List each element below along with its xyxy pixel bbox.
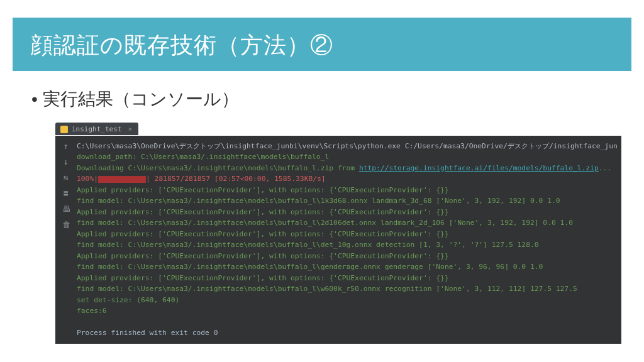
log-line: ... xyxy=(599,164,611,172)
log-line: find model: C:\Users\masa3/.insightface\… xyxy=(77,285,577,293)
log-line: find model: C:\Users\masa3/.insightface\… xyxy=(77,197,560,205)
log-line: Applied providers: ['CPUExecutionProvide… xyxy=(77,186,449,194)
bullet-line: 実行結果（コンソール） xyxy=(0,71,644,118)
gutter-wrap-icon[interactable]: ⇆ xyxy=(64,173,69,182)
console-gutter: ↑ ↓ ⇆ ≣ 🖶 🗑 xyxy=(59,141,73,339)
slide-title: 顔認証の既存技術（方法）② xyxy=(30,32,333,58)
log-line: Applied providers: ['CPUExecutionProvide… xyxy=(77,208,449,216)
gutter-trash-icon[interactable]: 🗑 xyxy=(62,221,70,229)
log-line: find model: C:\Users\masa3/.insightface\… xyxy=(77,219,573,227)
close-icon[interactable]: × xyxy=(128,125,132,133)
log-line: C:\Users\masa3\OneDrive\デスクトップ\insightfa… xyxy=(77,142,618,150)
slide-title-bar: 顔認証の既存技術（方法）② xyxy=(13,18,631,71)
log-line: faces:6 xyxy=(77,307,107,315)
console-tab[interactable]: insight_test × xyxy=(55,123,138,135)
log-line: find model: C:\Users\masa3/.insightface\… xyxy=(77,263,543,271)
bullet-text: 実行結果（コンソール） xyxy=(43,89,239,109)
tab-label: insight_test xyxy=(72,125,121,133)
python-icon xyxy=(60,126,68,133)
gutter-up-icon[interactable]: ↑ xyxy=(64,142,69,150)
gutter-print-icon[interactable]: 🖶 xyxy=(62,205,70,213)
log-line: download_path: C:\Users\masa3/.insightfa… xyxy=(77,153,329,161)
gutter-scroll-icon[interactable]: ≣ xyxy=(64,189,69,197)
log-line: | 281857/281857 [02:57<00:00, 1585.33KB/… xyxy=(146,175,326,183)
log-line: Applied providers: ['CPUExecutionProvide… xyxy=(77,252,449,260)
console-body: ↑ ↓ ⇆ ≣ 🖶 🗑 C:\Users\masa3\OneDrive\デスクト… xyxy=(55,136,621,344)
log-line: Downloading C:\Users\masa3/.insightface\… xyxy=(77,164,359,172)
download-link[interactable]: http://storage.insightface.ai/files/mode… xyxy=(359,164,599,172)
progress-bar xyxy=(98,176,146,183)
log-line: find model: C:\Users\masa3/.insightface\… xyxy=(77,241,539,249)
log-line: Process finished with exit code 0 xyxy=(77,329,218,337)
slide: 顔認証の既存技術（方法）② 実行結果（コンソール） insight_test ×… xyxy=(0,18,644,362)
log-line: Applied providers: ['CPUExecutionProvide… xyxy=(77,274,449,282)
console-screenshot: insight_test × ↑ ↓ ⇆ ≣ 🖶 🗑 C:\Users\masa… xyxy=(55,123,621,344)
log-line: set det-size: (640, 640) xyxy=(77,296,179,304)
console-log: C:\Users\masa3\OneDrive\デスクトップ\insightfa… xyxy=(73,141,618,339)
gutter-down-icon[interactable]: ↓ xyxy=(64,158,69,166)
log-line: Applied providers: ['CPUExecutionProvide… xyxy=(77,230,449,238)
log-line: 100%| xyxy=(77,175,98,183)
